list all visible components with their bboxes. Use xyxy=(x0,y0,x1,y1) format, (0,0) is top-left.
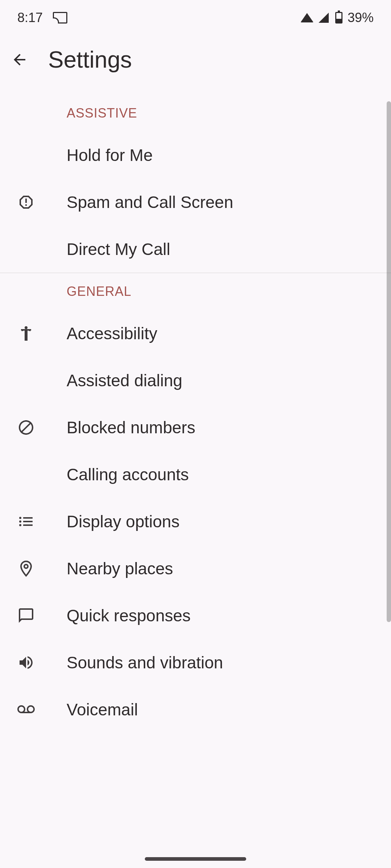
item-label: Spam and Call Screen xyxy=(67,192,233,212)
status-right: 39% xyxy=(300,10,374,25)
section-header-assistive: ASSISTIVE xyxy=(0,95,391,132)
list-item-direct-my-call[interactable]: Direct My Call xyxy=(0,226,391,273)
volume-icon xyxy=(17,654,35,671)
list-item-nearby-places[interactable]: Nearby places xyxy=(0,545,391,592)
section-header-general: GENERAL xyxy=(0,273,391,310)
list-item-hold-for-me[interactable]: Hold for Me xyxy=(0,132,391,179)
accessibility-icon xyxy=(17,325,35,342)
svg-rect-1 xyxy=(25,330,28,336)
status-bar: 8:17 39% xyxy=(0,0,391,35)
list-icon xyxy=(17,513,35,530)
voicemail-icon xyxy=(17,701,35,718)
message-icon xyxy=(17,607,35,624)
list-item-display-options[interactable]: Display options xyxy=(0,498,391,545)
list-item-sounds-vibration[interactable]: Sounds and vibration xyxy=(0,639,391,686)
item-label: Hold for Me xyxy=(67,145,153,165)
item-label: Calling accounts xyxy=(67,465,189,484)
svg-point-4 xyxy=(19,517,21,519)
wifi-icon xyxy=(300,13,314,22)
header: Settings xyxy=(0,35,391,95)
svg-point-6 xyxy=(19,520,21,523)
item-label: Voicemail xyxy=(67,700,138,719)
svg-rect-2 xyxy=(25,335,26,341)
item-label: Quick responses xyxy=(67,606,191,625)
location-icon xyxy=(17,560,35,577)
svg-point-0 xyxy=(25,326,28,329)
list-item-blocked-numbers[interactable]: Blocked numbers xyxy=(0,404,391,451)
list-item-quick-responses[interactable]: Quick responses xyxy=(0,592,391,639)
page-title: Settings xyxy=(48,46,132,73)
status-time: 8:17 xyxy=(17,10,43,25)
battery-icon xyxy=(335,12,342,24)
list-item-accessibility[interactable]: Accessibility xyxy=(0,310,391,357)
signal-icon xyxy=(319,13,329,23)
svg-rect-7 xyxy=(23,521,33,522)
item-label: Sounds and vibration xyxy=(67,653,223,672)
battery-percent: 39% xyxy=(348,10,374,25)
item-label: Nearby places xyxy=(67,559,173,578)
alert-octagon-icon xyxy=(17,193,35,211)
list-item-calling-accounts[interactable]: Calling accounts xyxy=(0,451,391,498)
list-item-assisted-dialing[interactable]: Assisted dialing xyxy=(0,357,391,404)
item-label: Blocked numbers xyxy=(67,418,195,437)
svg-rect-9 xyxy=(23,524,33,526)
status-left: 8:17 xyxy=(17,10,67,25)
back-button[interactable] xyxy=(11,51,28,68)
item-label: Direct My Call xyxy=(67,239,170,259)
list-item-spam-call-screen[interactable]: Spam and Call Screen xyxy=(0,179,391,226)
svg-point-8 xyxy=(19,524,21,526)
nav-handle[interactable] xyxy=(145,857,246,861)
item-label: Display options xyxy=(67,512,180,531)
cast-icon xyxy=(53,12,67,24)
svg-rect-5 xyxy=(23,517,33,519)
list-item-voicemail[interactable]: Voicemail xyxy=(0,686,391,733)
item-label: Accessibility xyxy=(67,324,157,343)
scrollbar[interactable] xyxy=(387,101,391,622)
block-icon xyxy=(17,419,35,436)
item-label: Assisted dialing xyxy=(67,371,182,390)
arrow-back-icon xyxy=(11,51,28,68)
svg-rect-3 xyxy=(26,335,28,341)
